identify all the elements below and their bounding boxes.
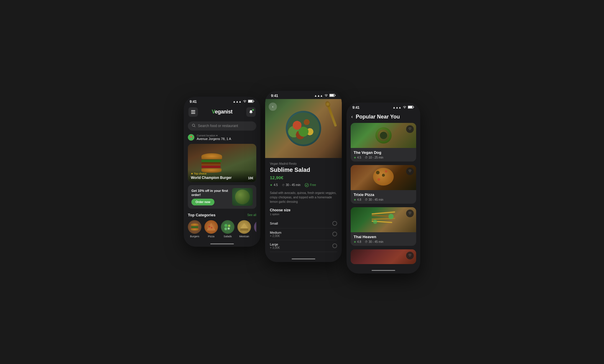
svg-rect-13 (408, 106, 412, 108)
star-icon-2: ★ (354, 198, 356, 201)
trixie-pizza-time-value: 30 - 45 min (369, 198, 383, 201)
category-burgers[interactable]: Burgers (188, 220, 201, 238)
notification-button[interactable] (246, 107, 256, 117)
restaurant-card-thai-heaven[interactable]: ♡ Thai Heaven ★ 4.8 ⏱ 30 - 45 min (351, 207, 416, 246)
categories-section: Top Categories See all Burgers (184, 212, 260, 241)
menu-button[interactable] (188, 107, 198, 117)
food-hero-image: ‹ (265, 99, 342, 158)
vegan-dog-name: The Vegan Dog (354, 150, 413, 155)
status-bar-3: 9:41 ▲▲▲ (347, 103, 420, 111)
svg-rect-14 (413, 107, 414, 108)
popular-back-button[interactable]: ‹ (351, 114, 353, 119)
size-small-radio[interactable] (332, 221, 337, 226)
vegan-dog-image (351, 123, 416, 148)
food-name: Sublime Salad (270, 167, 337, 173)
size-small[interactable]: Small (270, 219, 337, 228)
size-medium-radio[interactable] (332, 232, 337, 236)
svg-rect-3 (191, 110, 195, 111)
trixie-pizza-rating: ★ 4.8 (354, 198, 361, 201)
scene: 9:41 ▲▲▲ Veganist (172, 79, 432, 285)
status-icons-1: ▲▲▲ (233, 100, 255, 103)
wifi-icon (243, 100, 247, 103)
location-bar[interactable]: 📍 Current location ▾ Avenue Jorgens 78, … (184, 133, 260, 144)
search-bar[interactable]: Search food or restaurant (188, 121, 256, 131)
hero-badge: ★ Top choice (191, 172, 253, 175)
category-burgers-label: Burgers (190, 235, 199, 238)
phone-home: 9:41 ▲▲▲ Veganist (184, 97, 260, 247)
trixie-pizza-fav-button[interactable]: ♡ (406, 167, 414, 175)
battery-icon (248, 100, 255, 103)
choose-size-title: Choose size (270, 208, 337, 212)
category-salads[interactable]: Salads (221, 220, 234, 238)
status-time-1: 9:41 (190, 100, 197, 104)
app-logo: Veganist (212, 109, 232, 115)
size-large-price: + 3,00€ (270, 246, 280, 249)
vegan-dog-info: The Vegan Dog ★ 4.5 ⏱ 10 - 25 min (351, 148, 416, 162)
food-price: 12,90€ (270, 175, 337, 180)
food-description: Salad with avocado, quinoa, fresh organi… (270, 191, 337, 204)
search-icon (192, 124, 196, 128)
thai-heaven-meta: ★ 4.8 ⏱ 30 - 45 min (354, 240, 413, 243)
mexican-icon (237, 220, 251, 234)
restaurant-list: ♡ The Vegan Dog ★ 4.5 ⏱ 10 - 25 min (347, 123, 420, 264)
signal-icon-3: ▲▲▲ (393, 106, 401, 109)
food-detail-content: Vegan Madrid Resto Sublime Salad 12,90€ … (265, 158, 342, 256)
spoon-visual (327, 104, 337, 127)
signal-icon: ▲▲▲ (233, 100, 242, 103)
promo-title: Get 10% off in your first order! (191, 189, 232, 197)
status-bar-2: 9:41 ▲▲▲ (265, 91, 342, 99)
star-icon-1: ★ (354, 156, 356, 159)
search-placeholder: Search food or restaurant (198, 124, 238, 128)
choose-size-subtitle: 1 option (270, 213, 337, 216)
time-value: 30 - 45 min (286, 183, 301, 187)
vegan-dog-fav-button[interactable]: ♡ (406, 125, 414, 133)
vegan-dog-time: ⏱ 10 - 25 min (365, 156, 383, 159)
restaurant-card-trixie-pizza[interactable]: ♡ Trixie Pizza ★ 4.8 ⏱ 30 - 45 min (351, 165, 416, 204)
vegan-dog-time-value: 10 - 25 min (369, 156, 383, 159)
bowl-visual (286, 111, 321, 146)
size-large[interactable]: Large + 3,00€ (270, 240, 337, 252)
gourmet-icon: 🍽 (254, 220, 256, 234)
popular-header: ‹ Popular Near You (347, 111, 420, 123)
clock-icon-3: ⏱ (365, 240, 368, 243)
size-large-radio[interactable] (332, 243, 337, 248)
trixie-pizza-rating-value: 4.8 (357, 198, 361, 201)
location-label: Current location ▾ (197, 134, 231, 137)
categories-row: Burgers Pizza (188, 220, 256, 238)
restaurant-card-vegan-dog[interactable]: ♡ The Vegan Dog ★ 4.5 ⏱ 10 - 25 min (351, 123, 416, 162)
hero-banner[interactable]: ★ Top choice World Champion Burger 18€ (188, 144, 256, 182)
svg-rect-5 (191, 113, 195, 114)
size-medium-name: Medium (270, 231, 281, 234)
category-mexican-label: Mexican (239, 235, 249, 238)
thai-heaven-fav-button[interactable]: ♡ (406, 210, 414, 217)
phone-popular: 9:41 ▲▲▲ ‹ Popular Near You (347, 103, 420, 274)
promo-food-image (232, 188, 253, 206)
clock-icon-1: ⏱ (365, 156, 368, 159)
see-all-button[interactable]: See all (247, 213, 256, 217)
size-small-name: Small (270, 222, 278, 225)
back-button[interactable]: ‹ (269, 103, 277, 111)
order-now-button[interactable]: Order now (191, 199, 214, 205)
thai-heaven-time-value: 30 - 45 min (369, 240, 383, 243)
category-gourmet[interactable]: 🍽 Gourm. (254, 220, 256, 238)
star-icon-3: ★ (354, 240, 356, 243)
thai-heaven-info: Thai Heaven ★ 4.8 ⏱ 30 - 45 min (351, 232, 416, 246)
pizza-icon (204, 220, 218, 234)
vegan-dog-rating-value: 4.5 (357, 156, 361, 159)
category-pizza[interactable]: Pizza (204, 220, 218, 238)
size-medium[interactable]: Medium + 2,00€ (270, 228, 337, 240)
battery-icon-2 (329, 94, 336, 98)
restaurant-card-fourth[interactable]: ♡ (351, 249, 416, 264)
battery-icon-3 (408, 106, 414, 109)
popular-title: Popular Near You (356, 114, 400, 120)
phone-food-detail: 9:41 ▲▲▲ ‹ (265, 91, 342, 262)
category-mexican[interactable]: Mexican (237, 220, 251, 238)
status-icons-3: ▲▲▲ (393, 106, 414, 109)
svg-rect-4 (191, 112, 195, 112)
salads-icon (221, 220, 234, 234)
status-bar-1: 9:41 ▲▲▲ (184, 97, 260, 105)
trixie-pizza-meta: ★ 4.8 ⏱ 30 - 45 min (354, 198, 413, 201)
fourth-fav-button[interactable]: ♡ (406, 252, 414, 259)
delivery-badge: Free (305, 183, 316, 187)
category-pizza-label: Pizza (208, 235, 214, 238)
